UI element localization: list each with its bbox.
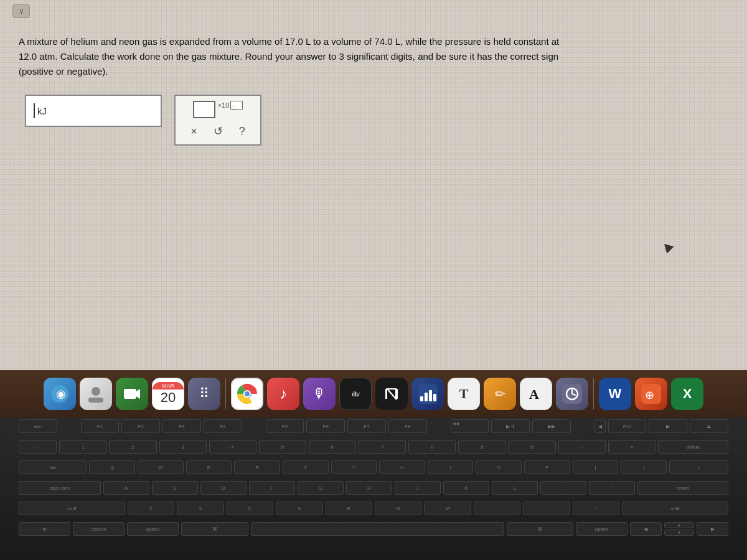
key-5[interactable]: 5 — [259, 440, 306, 454]
dock-word[interactable]: W — [599, 378, 631, 410]
key-3[interactable]: 3 — [159, 440, 207, 454]
key-0[interactable]: 0 — [508, 440, 555, 454]
key-7[interactable]: 7 — [359, 440, 406, 454]
key-shift-left[interactable]: shift — [19, 502, 125, 515]
key-semicolon[interactable]: ; — [540, 481, 586, 495]
key-o[interactable]: O — [476, 460, 522, 474]
key-p[interactable]: P — [524, 460, 570, 474]
dock-launchpad[interactable]: ⠿ — [188, 378, 220, 410]
key-period[interactable]: . — [523, 502, 570, 515]
key-f1[interactable]: F1 — [81, 419, 120, 433]
key-fn[interactable]: fn — [19, 522, 70, 536]
key-equals[interactable]: = — [608, 440, 655, 454]
key-f3[interactable]: F3 — [162, 419, 201, 433]
key-6[interactable]: 6 — [309, 440, 356, 454]
key-m[interactable]: M — [424, 502, 471, 515]
key-f7[interactable]: F7 — [347, 419, 386, 433]
key-e[interactable]: E — [186, 460, 232, 474]
key-bracket-left[interactable]: [ — [573, 460, 619, 474]
key-f11[interactable]: ▶▶ — [532, 419, 571, 433]
key-s[interactable]: S — [152, 481, 198, 495]
key-option-right[interactable]: option — [576, 522, 627, 536]
key-shift-right[interactable]: shift — [622, 502, 728, 515]
key-arrow-up[interactable]: ▲ — [664, 522, 695, 528]
key-f6[interactable]: F6 — [306, 419, 345, 433]
key-t[interactable]: T — [283, 460, 329, 474]
key-control[interactable]: control — [73, 522, 125, 536]
key-f8[interactable]: F8 — [388, 419, 427, 433]
key-eject[interactable]: ⏏ — [690, 419, 728, 433]
key-c[interactable]: C — [227, 502, 273, 515]
key-z[interactable]: Z — [128, 502, 174, 515]
dock-podcast[interactable]: 🎙 — [303, 378, 336, 410]
sci-refresh-button[interactable]: ↺ — [211, 123, 225, 139]
dock-stocks[interactable] — [375, 378, 408, 410]
key-f10[interactable]: ▶⏸ — [491, 419, 530, 433]
key-b[interactable]: B — [326, 502, 372, 515]
key-h[interactable]: H — [346, 481, 392, 495]
key-return[interactable]: return — [637, 481, 728, 495]
key-u[interactable]: U — [379, 460, 425, 474]
key-f[interactable]: F — [249, 481, 295, 495]
key-vol-up[interactable]: ▶ — [649, 419, 687, 433]
key-tab[interactable]: tab — [19, 460, 87, 474]
key-2[interactable]: 2 — [109, 440, 156, 454]
key-w[interactable]: W — [138, 460, 184, 474]
answer-input-box[interactable]: kJ — [25, 95, 162, 127]
key-j[interactable]: J — [395, 481, 441, 495]
key-y[interactable]: Y — [331, 460, 377, 474]
sci-base-input[interactable] — [193, 101, 215, 118]
key-q[interactable]: Q — [89, 460, 135, 474]
dock-screentime[interactable] — [556, 378, 588, 410]
dock-reeder[interactable]: ⊕ — [635, 378, 667, 410]
key-arrow-down[interactable]: ▼ — [664, 530, 695, 536]
dock-facetime[interactable] — [116, 378, 148, 410]
key-delete[interactable]: delete — [658, 440, 728, 454]
key-k[interactable]: K — [443, 481, 489, 495]
key-slash[interactable]: / — [573, 502, 619, 515]
key-i[interactable]: I — [428, 460, 474, 474]
dock-text-editor[interactable]: T — [448, 378, 480, 410]
key-f12[interactable]: F10 — [608, 419, 647, 433]
dock-pencil-app[interactable]: ✏ — [484, 378, 516, 410]
key-capslock[interactable]: caps lock — [19, 481, 101, 495]
dock-music[interactable]: ♪ — [267, 378, 299, 410]
key-x[interactable]: X — [177, 502, 223, 515]
key-arrow-left[interactable]: ◀ — [630, 522, 662, 536]
key-a[interactable]: A — [103, 481, 149, 495]
key-f5[interactable]: F5 — [266, 419, 304, 433]
dock-chart[interactable] — [411, 378, 444, 410]
dock-calendar[interactable]: MAR 20 — [152, 378, 184, 410]
dock-finder[interactable]: ◉ — [44, 378, 76, 410]
key-esc[interactable]: esc — [19, 419, 57, 433]
key-arrow-right[interactable]: ▶ — [697, 522, 728, 536]
chevron-down-button[interactable]: ∨ — [12, 4, 30, 18]
key-cmd-left[interactable]: ⌘ — [181, 522, 248, 536]
key-9[interactable]: 9 — [458, 440, 505, 454]
sci-help-button[interactable]: ? — [237, 124, 248, 139]
key-n[interactable]: N — [375, 502, 421, 515]
key-f2[interactable]: F2 — [121, 419, 160, 433]
key-quote[interactable]: ' — [589, 481, 635, 495]
key-comma[interactable]: , — [474, 502, 520, 515]
key-g[interactable]: G — [298, 481, 344, 495]
key-8[interactable]: 8 — [408, 440, 456, 454]
key-option-left[interactable]: option — [127, 522, 179, 536]
key-1[interactable]: 1 — [59, 440, 106, 454]
key-cmd-right[interactable]: ⌘ — [507, 522, 573, 536]
sci-clear-button[interactable]: × — [188, 124, 200, 139]
dock-chrome[interactable] — [231, 378, 263, 410]
key-f4[interactable]: F4 — [204, 419, 242, 433]
key-tilde[interactable]: ~` — [19, 440, 57, 454]
key-minus[interactable]: - — [558, 440, 606, 454]
dock-excel[interactable]: X — [671, 378, 703, 410]
key-mute[interactable]: ◀ — [594, 419, 606, 433]
dock-contacts[interactable] — [80, 378, 112, 410]
dock-fonts[interactable]: A — [520, 378, 552, 410]
key-f9[interactable]: ◀◀ — [451, 419, 489, 433]
key-d[interactable]: D — [200, 481, 247, 495]
key-r[interactable]: R — [234, 460, 280, 474]
key-backslash[interactable]: \ — [669, 460, 728, 474]
key-bracket-right[interactable]: ] — [621, 460, 667, 474]
key-v[interactable]: V — [276, 502, 322, 515]
